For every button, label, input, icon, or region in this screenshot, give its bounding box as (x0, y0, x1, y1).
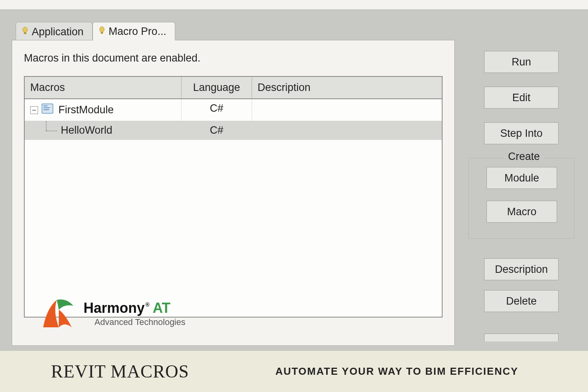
svg-rect-3 (101, 32, 103, 34)
macros-table: Macros Language Description − FirstModul… (24, 76, 443, 318)
module-name: FirstModule (58, 104, 114, 116)
tab-label: Macro Pro... (109, 25, 166, 38)
step-into-button[interactable]: Step Into (484, 122, 559, 144)
col-header-macros[interactable]: Macros (25, 77, 181, 98)
lightbulb-icon (22, 26, 29, 38)
logo-brand-text: Harmony (83, 300, 145, 316)
footer-title: REVIT MACROS (51, 361, 189, 382)
table-body: − FirstModule C# HelloWorld C# (25, 99, 442, 317)
run-button[interactable]: Run (484, 51, 559, 73)
create-group-label: Create (504, 151, 544, 163)
footer-banner: REVIT MACROS AUTOMATE YOUR WAY TO BIM EF… (0, 351, 588, 392)
table-row[interactable]: HelloWorld C# (25, 121, 442, 140)
harmony-logo-mark-icon (37, 294, 76, 333)
tab-application[interactable]: Application (16, 22, 93, 40)
table-header: Macros Language Description (25, 77, 442, 99)
svg-rect-5 (44, 105, 47, 106)
title-bar (0, 0, 588, 10)
cell-description (252, 121, 442, 140)
registered-icon: ® (145, 301, 149, 308)
action-buttons-panel: Run Edit Step Into Create Module Macro D… (468, 51, 578, 341)
partial-button[interactable] (484, 334, 559, 341)
description-button[interactable]: Description (484, 258, 559, 280)
create-group: Create Module Macro (468, 158, 574, 239)
tab-strip: Application Macro Pro... (16, 22, 576, 40)
cell-language: C# (181, 99, 252, 121)
tree-connector-icon (42, 125, 58, 136)
macros-status-text: Macros in this document are enabled. (24, 52, 443, 64)
logo-tagline: Advanced Technologies (94, 317, 185, 327)
col-header-description[interactable]: Description (252, 77, 442, 98)
module-icon (41, 102, 55, 118)
svg-rect-6 (44, 107, 50, 108)
col-header-language[interactable]: Language (181, 77, 252, 98)
harmony-logo: Harmony ® AT Advanced Technologies (37, 294, 185, 333)
cell-description (252, 99, 442, 121)
create-module-button[interactable]: Module (486, 167, 557, 189)
tab-label: Application (32, 26, 83, 38)
svg-rect-4 (42, 104, 53, 113)
delete-button[interactable]: Delete (484, 290, 559, 312)
svg-point-0 (23, 27, 27, 33)
create-macro-button[interactable]: Macro (486, 201, 557, 223)
collapse-icon[interactable]: − (30, 106, 38, 114)
logo-suffix: AT (152, 300, 170, 316)
table-row[interactable]: − FirstModule C# (25, 99, 442, 121)
svg-rect-7 (44, 109, 49, 110)
cell-language: C# (181, 121, 252, 140)
lightbulb-icon (98, 25, 105, 38)
macro-name: HelloWorld (61, 124, 113, 136)
edit-button[interactable]: Edit (484, 87, 559, 109)
tab-macro-project[interactable]: Macro Pro... (93, 22, 175, 40)
svg-point-2 (100, 27, 104, 32)
svg-rect-1 (24, 32, 26, 34)
footer-subtitle: AUTOMATE YOUR WAY TO BIM EFFICIENCY (275, 365, 518, 377)
